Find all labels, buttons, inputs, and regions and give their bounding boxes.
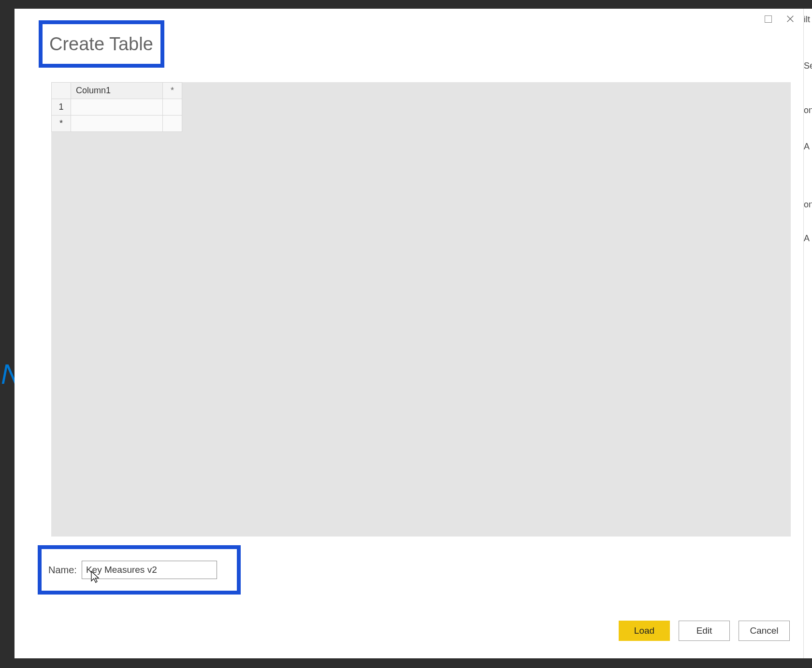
name-highlight: Name: [38, 545, 241, 595]
data-cell-new[interactable] [71, 116, 163, 132]
data-grid[interactable]: Column1 * 1 * [51, 82, 182, 132]
dialog-title: Create Table [43, 34, 153, 55]
close-icon [786, 14, 795, 24]
panel-frag: A [804, 233, 810, 244]
title-highlight: Create Table [39, 20, 164, 68]
maximize-button[interactable] [764, 15, 772, 23]
panel-frag: on [804, 200, 812, 210]
create-table-dialog: Create Table Column1 * 1 * Name: [14, 9, 804, 658]
cancel-button[interactable]: Cancel [739, 621, 790, 641]
data-cell-new-extra[interactable] [163, 116, 182, 132]
panel-frag: Se [804, 61, 812, 71]
right-panel-sliver: ilt Se on A on A [803, 9, 812, 658]
window-controls [754, 9, 804, 29]
dialog-buttons: Load Edit Cancel [619, 621, 790, 641]
column-header[interactable]: Column1 [71, 83, 163, 99]
data-cell-extra[interactable] [163, 99, 182, 116]
load-button[interactable]: Load [619, 621, 670, 641]
table-grid-area[interactable]: Column1 * 1 * [51, 82, 791, 537]
name-label: Name: [48, 565, 77, 576]
panel-frag: A [804, 142, 810, 152]
row-number[interactable]: 1 [52, 99, 71, 116]
edit-button[interactable]: Edit [679, 621, 730, 641]
table-row: 1 [52, 99, 182, 116]
corner-cell[interactable] [52, 83, 71, 99]
add-column-marker[interactable]: * [163, 83, 182, 99]
close-button[interactable] [786, 15, 795, 23]
add-row: * [52, 116, 182, 132]
name-input[interactable] [82, 561, 217, 579]
panel-frag: ilt [804, 15, 810, 25]
add-row-marker[interactable]: * [52, 116, 71, 132]
data-cell[interactable] [71, 99, 163, 116]
maximize-icon [765, 15, 772, 23]
panel-frag: on [804, 105, 812, 116]
header-row: Column1 * [52, 83, 182, 99]
